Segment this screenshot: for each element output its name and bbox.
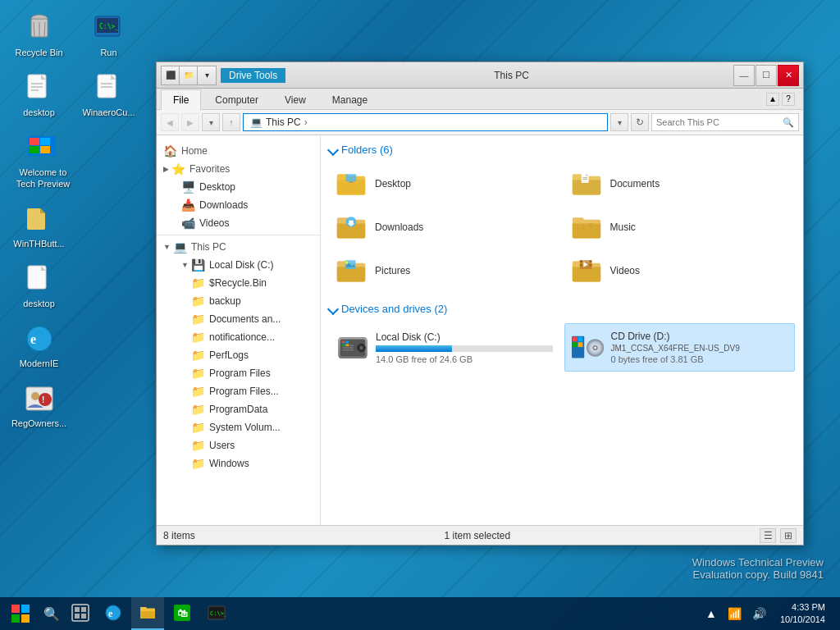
folder-videos-label: Videos: [610, 265, 640, 276]
sidebar-item-users[interactable]: 📁 Users: [157, 436, 320, 454]
desktop-file-label: desktop: [23, 107, 55, 118]
search-input[interactable]: [656, 117, 771, 127]
recycle-bin-icon[interactable]: Recycle Bin: [8, 8, 70, 62]
folder-music[interactable]: ♪ ♫ Music: [564, 208, 796, 247]
tiles-view-button[interactable]: ⊞: [780, 528, 797, 543]
desktop-file-icon[interactable]: desktop: [8, 68, 70, 121]
quick-access-btn[interactable]: ⬛: [162, 66, 180, 84]
folder-pictures[interactable]: Pictures: [329, 251, 560, 290]
folder-downloads[interactable]: Downloads: [329, 208, 560, 247]
sidebar-item-backup[interactable]: 📁 backup: [157, 292, 320, 310]
up-button[interactable]: ↑: [222, 113, 240, 131]
sidebar-item-thispc[interactable]: ▼ 💻 This PC: [157, 238, 320, 256]
start-button[interactable]: [4, 597, 37, 630]
sidebar-item-documents-and[interactable]: 📁 Documents an...: [157, 310, 320, 328]
windows-label: Windows: [209, 458, 249, 469]
drive-cd-d[interactable]: CD Drive (D:) JM1_CCSA_X64FRE_EN-US_DV9 …: [564, 323, 796, 372]
winaero-icon[interactable]: WinaeroCu...: [78, 68, 139, 121]
svg-rect-36: [579, 264, 582, 267]
taskbar-item-cortana[interactable]: [66, 597, 95, 630]
ribbon-tabs: File Computer View Manage ▲ ?: [157, 89, 803, 110]
maximize-button[interactable]: ☐: [756, 65, 777, 86]
svg-text:!: !: [42, 395, 44, 404]
recycle-label: $Recycle.Bin: [209, 277, 267, 289]
drive-tools-tab[interactable]: Drive Tools: [221, 68, 285, 83]
search-icon[interactable]: 🔍: [783, 117, 794, 128]
svg-rect-24: [346, 174, 357, 181]
svg-rect-25: [349, 181, 353, 183]
drive-local-c[interactable]: Local Disk (C:) 14.0 GB free of 24.6 GB: [329, 323, 560, 372]
sidebar-item-programfilesx86[interactable]: 📁 Program Files...: [157, 382, 320, 400]
taskbar-item-cmd[interactable]: C:\>_: [200, 597, 233, 630]
regowners-icon[interactable]: ! RegOwners...: [8, 379, 70, 432]
cd-drive-info: CD Drive (D:) JM1_CCSA_X64FRE_EN-US_DV9 …: [611, 331, 788, 364]
forward-button[interactable]: ▶: [181, 113, 199, 131]
sidebar-item-favorites[interactable]: ▶ ⭐ Favorites: [157, 160, 320, 178]
hdd-icon: [336, 331, 369, 364]
winthbutton-icon[interactable]: WinTHButt...: [8, 199, 70, 253]
dropdown-arrow[interactable]: ▾: [202, 113, 220, 131]
title-bar-controls: ⬛ 📁 ▾: [161, 66, 217, 85]
regowners-label: RegOwners...: [11, 418, 66, 429]
tray-volume[interactable]: 🔊: [749, 605, 769, 622]
watermark-line1: Windows Technical Preview: [692, 556, 824, 568]
sidebar-item-home[interactable]: 🏠 Home: [157, 142, 320, 160]
folder-desktop[interactable]: Desktop: [329, 164, 560, 203]
folder-videos-icon: [571, 256, 604, 285]
sidebar-item-programdata[interactable]: 📁 ProgramData: [157, 400, 320, 418]
programfiles-icon: 📁: [191, 367, 205, 380]
svg-rect-55: [572, 342, 577, 347]
close-button[interactable]: ✕: [778, 65, 799, 86]
ribbon-toggle[interactable]: ▲: [766, 93, 779, 106]
tray-network[interactable]: 📶: [724, 605, 745, 622]
desktop: Recycle Bin C:\>_ Run: [0, 0, 840, 630]
address-path[interactable]: 💻 This PC ›: [243, 113, 608, 131]
title-bar: ⬛ 📁 ▾ Drive Tools This PC — ☐ ✕: [157, 62, 803, 89]
sidebar-item-desktop[interactable]: 🖥️ Desktop: [157, 178, 320, 196]
videos-sidebar-label: Videos: [199, 217, 229, 229]
taskbar-item-explorer[interactable]: [131, 597, 164, 630]
address-bar: ◀ ▶ ▾ ↑ 💻 This PC › ▾ ↻ 🔍: [157, 110, 803, 135]
folder-icon-btn[interactable]: 📁: [180, 66, 198, 84]
svg-rect-54: [578, 336, 582, 341]
taskbar-item-ie[interactable]: e: [97, 597, 130, 630]
svg-rect-50: [342, 344, 345, 346]
cd-drive-subname: JM1_CCSA_X64FRE_EN-US_DV9: [611, 344, 788, 353]
tab-view[interactable]: View: [272, 89, 318, 110]
refresh-button[interactable]: ↻: [631, 113, 649, 131]
minimize-button[interactable]: —: [733, 65, 755, 86]
welcome-tech-icon[interactable]: Welcome toTech Preview: [8, 128, 78, 192]
sidebar-item-localc[interactable]: ▼ 💾 Local Disk (C:): [157, 256, 320, 274]
details-view-button[interactable]: ☰: [760, 528, 776, 543]
tab-file[interactable]: File: [161, 89, 201, 110]
sidebar-item-programfiles[interactable]: 📁 Program Files: [157, 364, 320, 382]
sidebar-item-notification[interactable]: 📁 notificationce...: [157, 328, 320, 346]
run-icon[interactable]: C:\>_ Run: [78, 8, 139, 62]
sidebar-item-videos[interactable]: 📹 Videos: [157, 214, 320, 232]
taskbar-search[interactable]: 🔍: [37, 597, 66, 630]
folder-pictures-label: Pictures: [375, 265, 410, 276]
svg-rect-66: [75, 607, 80, 612]
desktop2-icon[interactable]: desktop: [8, 259, 70, 313]
tab-computer[interactable]: Computer: [203, 89, 271, 110]
sidebar-item-recycle[interactable]: 📁 $Recycle.Bin: [157, 274, 320, 292]
modernie-icon[interactable]: e ModernIE: [8, 319, 70, 372]
svg-rect-67: [81, 607, 86, 612]
tab-manage[interactable]: Manage: [320, 89, 380, 110]
dropdown-btn2[interactable]: ▾: [610, 113, 628, 131]
notification-icon: 📁: [191, 331, 205, 344]
sidebar-item-downloads[interactable]: 📥 Downloads: [157, 196, 320, 214]
folder-videos[interactable]: Videos: [564, 251, 796, 290]
tray-clock[interactable]: 4:33 PM 10/10/2014: [774, 601, 832, 627]
help-button[interactable]: ?: [782, 93, 795, 106]
tray-arrow[interactable]: ▲: [702, 605, 720, 622]
sidebar-item-windows[interactable]: 📁 Windows: [157, 454, 320, 472]
back-button[interactable]: ◀: [161, 113, 179, 131]
selection-text: 1 item selected: [444, 530, 510, 541]
sidebar-item-systemvolum[interactable]: 📁 System Volum...: [157, 418, 320, 436]
notification-label: notificationce...: [209, 331, 275, 343]
folder-documents[interactable]: Documents: [564, 164, 796, 203]
taskbar-item-store[interactable]: 🛍: [166, 597, 199, 630]
sidebar-item-perflogs[interactable]: 📁 PerfLogs: [157, 346, 320, 364]
down-arrow-btn[interactable]: ▾: [198, 66, 216, 84]
